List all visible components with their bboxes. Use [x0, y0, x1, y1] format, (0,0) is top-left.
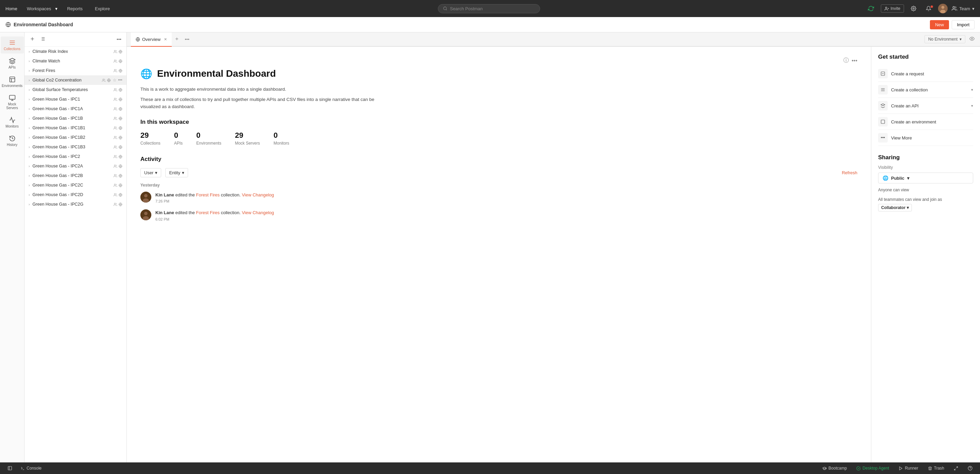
info-icon[interactable]: ⓘ — [843, 57, 849, 64]
top-navigation: Home Workspaces ▾ Reports Explore — [0, 0, 980, 17]
environment-selector[interactable]: No Environment ▾ — [924, 35, 965, 43]
invite-button[interactable]: Invite — [881, 5, 904, 13]
console-label: Console — [27, 466, 41, 471]
get-started-item[interactable]: Create an environment — [878, 114, 973, 130]
svg-point-28 — [114, 88, 116, 90]
visibility-text: Public — [891, 176, 904, 181]
get-started-item[interactable]: ••• View More — [878, 130, 973, 146]
collection-item[interactable]: › Green House Gas - IPC2A — [24, 161, 126, 171]
collection-badges — [113, 69, 123, 73]
collection-item[interactable]: › Climate Risk Index — [24, 47, 126, 56]
star-icon[interactable]: ☆ — [113, 78, 116, 83]
desktop-agent-btn[interactable]: Desktop Agent — [854, 465, 891, 472]
svg-rect-66 — [881, 120, 885, 124]
collection-item[interactable]: › Green House Gas - IPC2D — [24, 190, 126, 199]
collection-badges — [113, 174, 123, 178]
workspace-bar: Environmental Dashboard New Import — [0, 17, 980, 32]
bootcamp-btn[interactable]: Bootcamp — [820, 465, 849, 472]
avatar[interactable] — [938, 4, 948, 13]
visibility-label: Visibility — [878, 165, 973, 170]
sidebar-mock-servers-label: Mock Servers — [3, 102, 22, 110]
collection-item[interactable]: › Green House Gas - IPC1A — [24, 104, 126, 113]
collection-item[interactable]: › Green House Gas - IPC1B3 — [24, 142, 126, 152]
tab-overflow-icon[interactable]: ••• — [183, 35, 191, 43]
svg-point-24 — [114, 69, 116, 70]
reports-link[interactable]: Reports — [64, 5, 86, 13]
changelog-link[interactable]: View Changelog — [242, 192, 274, 198]
collection-item[interactable]: › Green House Gas - IPC2G — [24, 199, 126, 209]
activity-items-container: Kin Lane edited the Forest Fires collect… — [140, 192, 858, 221]
sidebar-toggle-btn[interactable] — [5, 465, 14, 472]
collection-badges — [113, 145, 123, 149]
get-started-item[interactable]: Create an API ▾ — [878, 98, 973, 114]
content-more-icon[interactable]: ••• — [851, 57, 858, 64]
collection-item[interactable]: › Green House Gas - IPC2 — [24, 152, 126, 161]
environments-icon — [9, 76, 16, 83]
console-icon — [21, 466, 25, 471]
collection-item[interactable]: › Green House Gas - IPC2C — [24, 180, 126, 190]
collection-item[interactable]: › Global Co2 Concentration ☆ ••• — [24, 75, 126, 85]
tab-add-btn[interactable] — [173, 35, 181, 44]
activity-time: 6:02 PM — [155, 217, 274, 221]
visibility-button[interactable]: 🌐 Public ▾ — [878, 172, 973, 184]
collection-link[interactable]: Forest Fires — [196, 210, 220, 215]
user-filter[interactable]: User ▾ — [140, 168, 161, 177]
user-filter-chevron: ▾ — [155, 170, 158, 175]
get-started-item[interactable]: Create a request — [878, 66, 973, 82]
tab-close-icon[interactable]: ✕ — [164, 37, 167, 41]
panel-more-icon[interactable]: ••• — [116, 36, 123, 43]
help-btn[interactable] — [966, 465, 975, 472]
sidebar-item-mock-servers[interactable]: Mock Servers — [1, 92, 24, 113]
console-btn[interactable]: Console — [18, 465, 44, 472]
gs-icon — [878, 117, 888, 126]
refresh-button[interactable]: Refresh — [842, 170, 858, 175]
activity-content: Kin Lane edited the Forest Fires collect… — [155, 209, 274, 221]
explore-link[interactable]: Explore — [92, 5, 113, 13]
get-started-item[interactable]: Create a collection ▾ — [878, 82, 973, 98]
more-icon[interactable]: ••• — [118, 78, 123, 83]
collection-badges — [113, 184, 123, 187]
expand-btn[interactable] — [952, 465, 960, 472]
collection-link[interactable]: Forest Fires — [196, 192, 220, 198]
collection-item[interactable]: › Forest Fires — [24, 66, 126, 75]
tab-overview[interactable]: Overview ✕ — [131, 32, 172, 47]
search-bar[interactable] — [438, 4, 540, 13]
collection-item[interactable]: › Green House Gas - IPC1B — [24, 113, 126, 123]
search-input[interactable] — [450, 6, 535, 11]
collection-item[interactable]: › Climate Watch — [24, 56, 126, 66]
gs-expand-icon: ▾ — [971, 88, 973, 92]
import-button[interactable]: Import — [952, 20, 975, 29]
workspaces-menu[interactable]: Workspaces ▾ — [24, 5, 57, 13]
gs-icon — [878, 85, 888, 94]
collection-item[interactable]: › Green House Gas - IPC2B — [24, 171, 126, 180]
team-button[interactable]: Team ▾ — [952, 6, 975, 11]
entity-filter[interactable]: Entity ▾ — [165, 168, 188, 177]
add-collection-icon[interactable] — [29, 35, 36, 44]
workspace-title-container: Environmental Dashboard — [5, 22, 73, 27]
collection-item[interactable]: › Global Surface Temperatures — [24, 85, 126, 94]
home-link[interactable]: Home — [5, 6, 18, 11]
filter-icon[interactable] — [39, 35, 46, 44]
sidebar-item-monitors[interactable]: Monitors — [1, 114, 24, 131]
new-button[interactable]: New — [930, 20, 949, 29]
trash-btn[interactable]: Trash — [926, 465, 946, 472]
runner-btn[interactable]: Runner — [897, 465, 920, 472]
chevron-right-icon: › — [29, 184, 30, 187]
svg-point-44 — [114, 165, 116, 166]
collaborator-button[interactable]: Collaborator ▾ — [878, 204, 912, 211]
changelog-link[interactable]: View Changelog — [242, 210, 274, 215]
notifications-btn[interactable] — [923, 5, 934, 13]
sidebar-item-environments[interactable]: Environments — [1, 73, 24, 90]
collection-item[interactable]: › Green House Gas - IPC1B1 — [24, 123, 126, 132]
workspaces-label[interactable]: Workspaces — [24, 5, 54, 13]
eye-icon[interactable] — [968, 35, 976, 44]
sidebar-item-collections[interactable]: Collections — [1, 37, 24, 54]
gs-label: View More — [891, 136, 973, 140]
sync-icon-btn[interactable] — [865, 4, 877, 13]
activity-item: Kin Lane edited the Forest Fires collect… — [140, 209, 858, 221]
sidebar-item-apis[interactable]: APIs — [1, 55, 24, 72]
settings-btn[interactable] — [908, 5, 919, 13]
collection-item[interactable]: › Green House Gas - IPC1B2 — [24, 132, 126, 142]
collection-item[interactable]: › Green House Gas - IPC1 — [24, 94, 126, 104]
sidebar-item-history[interactable]: History — [1, 132, 24, 149]
